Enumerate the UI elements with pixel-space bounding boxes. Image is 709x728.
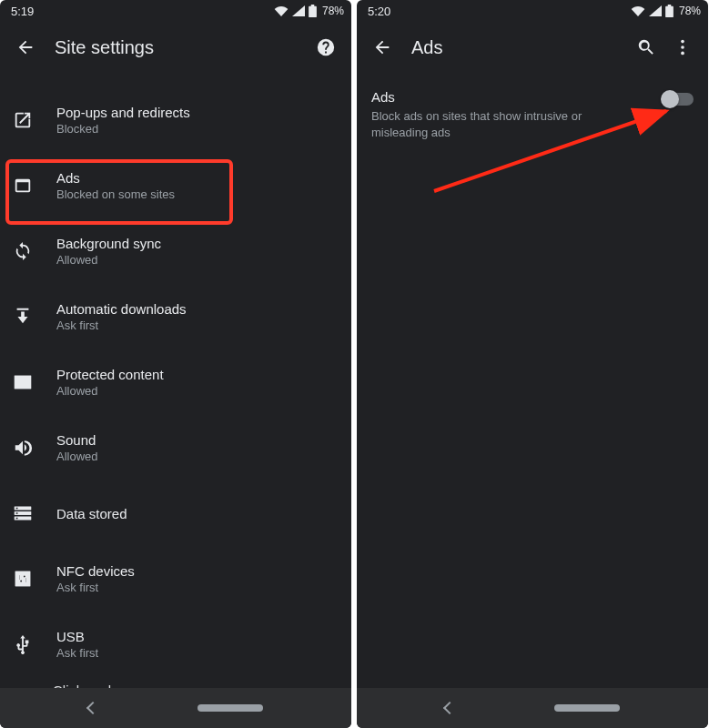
setting-sync[interactable]: Background sync Allowed bbox=[0, 218, 351, 284]
nav-home-pill[interactable] bbox=[198, 704, 263, 712]
setting-sub: Ask first bbox=[56, 646, 337, 660]
ads-toggle-switch[interactable] bbox=[663, 91, 694, 107]
setting-title: Pop-ups and redirects bbox=[56, 105, 337, 120]
nav-back-icon[interactable] bbox=[86, 702, 99, 714]
svg-rect-4 bbox=[16, 508, 18, 509]
wifi-icon bbox=[631, 5, 645, 16]
battery-icon bbox=[665, 5, 674, 17]
page-title: Site settings bbox=[44, 37, 308, 58]
setting-sub: Blocked bbox=[56, 122, 337, 136]
setting-ads[interactable]: Ads Blocked on some sites bbox=[0, 153, 351, 218]
status-time: 5:20 bbox=[368, 5, 390, 18]
search-icon[interactable] bbox=[628, 29, 664, 66]
setting-nfc[interactable]: NFC devices Ask first bbox=[0, 546, 351, 612]
storage-icon bbox=[13, 503, 53, 523]
app-bar: Ads bbox=[357, 22, 708, 73]
setting-data-stored[interactable]: Data stored bbox=[0, 480, 351, 546]
signal-icon bbox=[292, 5, 305, 16]
svg-rect-6 bbox=[16, 518, 18, 519]
setting-title: USB bbox=[56, 629, 337, 644]
battery-icon bbox=[309, 5, 317, 17]
status-right-icons: 78% bbox=[631, 5, 701, 17]
battery-percent: 78% bbox=[679, 5, 701, 17]
ads-icon bbox=[13, 176, 53, 196]
setting-sub: Blocked on some sites bbox=[56, 187, 337, 201]
help-icon[interactable] bbox=[308, 29, 344, 66]
svg-point-10 bbox=[681, 46, 684, 49]
svg-rect-5 bbox=[16, 512, 18, 513]
setting-sub: Allowed bbox=[56, 384, 337, 398]
setting-title: NFC devices bbox=[56, 563, 337, 579]
download-icon bbox=[13, 307, 53, 327]
back-arrow-icon[interactable] bbox=[7, 29, 44, 66]
setting-sound[interactable]: Sound Allowed bbox=[0, 415, 351, 480]
setting-title: Automatic downloads bbox=[56, 301, 337, 317]
setting-popups[interactable]: Pop-ups and redirects Blocked bbox=[0, 87, 351, 153]
status-right-icons: 78% bbox=[274, 5, 344, 17]
ads-toggle-row[interactable]: Ads Block ads on sites that show intrusi… bbox=[357, 73, 708, 140]
setting-sub: Ask first bbox=[56, 581, 337, 594]
toggle-thumb bbox=[661, 90, 679, 108]
settings-list: Pop-ups and redirects Blocked Ads Blocke… bbox=[0, 73, 351, 688]
detail-title: Ads bbox=[371, 89, 694, 105]
setting-sub: Allowed bbox=[56, 450, 337, 463]
android-nav-bar bbox=[357, 688, 708, 728]
setting-clipboard-partial[interactable]: Clipboard bbox=[0, 677, 351, 688]
status-bar: 5:19 78% bbox=[0, 0, 351, 22]
setting-title: Sound bbox=[56, 432, 337, 448]
setting-sub: Ask first bbox=[56, 318, 337, 332]
back-arrow-icon[interactable] bbox=[364, 29, 400, 66]
setting-usb[interactable]: USB Ask first bbox=[0, 612, 351, 677]
setting-title: Ads bbox=[56, 170, 337, 186]
nav-home-pill[interactable] bbox=[554, 704, 620, 712]
usb-icon bbox=[13, 634, 53, 654]
battery-percent: 78% bbox=[322, 5, 344, 17]
protected-icon bbox=[13, 372, 53, 392]
app-bar: Site settings bbox=[0, 22, 351, 73]
sync-icon bbox=[13, 241, 53, 261]
setting-title: Data stored bbox=[56, 506, 337, 521]
status-time: 5:19 bbox=[11, 5, 34, 18]
nav-back-icon[interactable] bbox=[443, 702, 456, 714]
setting-protected[interactable]: Protected content Allowed bbox=[0, 349, 351, 415]
svg-point-11 bbox=[681, 52, 684, 56]
setting-title: Protected content bbox=[56, 367, 337, 382]
status-bar: 5:20 78% bbox=[357, 0, 708, 22]
setting-downloads[interactable]: Automatic downloads Ask first bbox=[0, 284, 351, 349]
phone-right-screenshot: 5:20 78% Ads bbox=[357, 0, 708, 728]
svg-point-0 bbox=[25, 379, 26, 381]
svg-point-9 bbox=[681, 40, 684, 44]
android-nav-bar bbox=[0, 688, 351, 728]
sound-icon bbox=[13, 438, 53, 458]
phone-left-screenshot: 5:19 78% Site settings bbox=[0, 0, 351, 728]
signal-icon bbox=[649, 5, 662, 16]
detail-subtitle: Block ads on sites that show intrusive o… bbox=[371, 108, 694, 140]
popups-icon bbox=[13, 110, 53, 130]
setting-title: Background sync bbox=[56, 236, 337, 251]
nfc-icon bbox=[13, 569, 53, 589]
page-title: Ads bbox=[400, 37, 628, 58]
wifi-icon bbox=[274, 5, 289, 16]
more-vert-icon[interactable] bbox=[664, 29, 701, 66]
setting-sub: Allowed bbox=[56, 253, 337, 267]
